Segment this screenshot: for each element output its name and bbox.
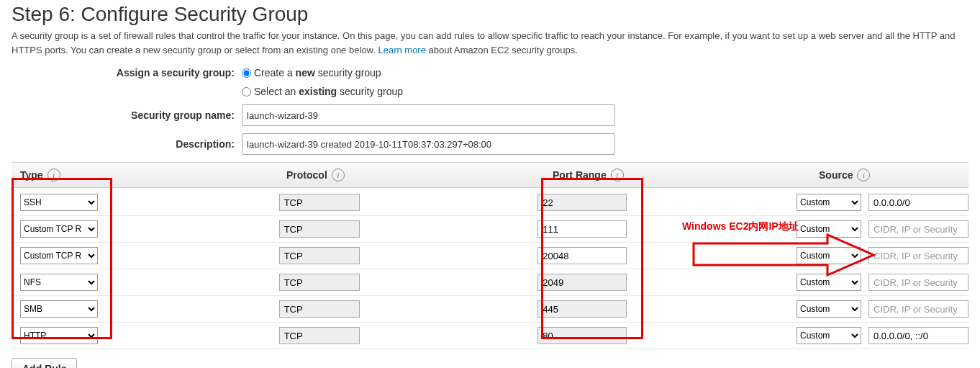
select-existing-radio-label: Select an existing security group	[254, 86, 403, 97]
type-select[interactable]: HTTP	[20, 327, 98, 344]
port-range-input	[537, 300, 627, 318]
port-range-input	[537, 194, 627, 211]
source-cidr-input[interactable]	[868, 247, 968, 264]
protocol-input	[279, 300, 360, 318]
table-row: SMBCustom	[12, 296, 968, 323]
source-type-select[interactable]: Custom	[797, 247, 861, 264]
source-cidr-input[interactable]	[868, 194, 968, 211]
type-select[interactable]: SMB	[20, 300, 98, 318]
header-port-range: Port Range	[553, 169, 607, 181]
table-row: NFSCustom	[12, 269, 968, 296]
desc-text-after: about Amazon EC2 security groups.	[426, 45, 578, 55]
source-cidr-input[interactable]	[868, 327, 968, 344]
protocol-input	[279, 327, 360, 344]
type-select[interactable]: Custom TCP R	[20, 220, 98, 238]
type-select[interactable]: SSH	[20, 194, 98, 211]
learn-more-link[interactable]: Learn more	[378, 45, 425, 55]
header-protocol: Protocol	[286, 169, 327, 181]
source-cidr-input[interactable]	[868, 300, 968, 318]
add-rule-button[interactable]: Add Rule	[12, 358, 77, 368]
header-type: Type	[20, 169, 43, 181]
port-range-input[interactable]	[537, 220, 627, 238]
info-icon[interactable]: i	[47, 169, 60, 181]
protocol-input	[279, 274, 360, 291]
create-new-radio-label: Create a new security group	[254, 67, 381, 78]
port-range-input[interactable]	[537, 247, 627, 264]
page-title: Step 6: Configure Security Group	[12, 3, 968, 26]
source-type-select[interactable]: Custom	[797, 300, 861, 318]
table-row: HTTPCustom	[12, 323, 968, 349]
source-cidr-input[interactable]	[868, 220, 968, 238]
port-range-input	[537, 327, 627, 344]
assign-security-group-label: Assign a security group:	[12, 67, 242, 78]
info-icon[interactable]: i	[332, 169, 345, 181]
security-group-description-input[interactable]	[242, 133, 615, 155]
select-existing-radio[interactable]	[242, 87, 251, 97]
table-row: Custom TCP RCustom	[12, 216, 968, 243]
source-type-select[interactable]: Custom	[797, 220, 861, 238]
create-new-radio[interactable]	[242, 68, 251, 78]
header-source: Source	[819, 169, 853, 181]
protocol-input	[279, 194, 360, 211]
port-range-input	[537, 274, 627, 291]
source-cidr-input[interactable]	[868, 274, 968, 291]
info-icon[interactable]: i	[857, 169, 870, 181]
source-type-select[interactable]: Custom	[797, 194, 861, 211]
table-row: SSHCustom	[12, 188, 968, 216]
type-select[interactable]: NFS	[20, 274, 98, 291]
protocol-input	[279, 247, 360, 264]
security-group-description-label: Description:	[12, 138, 242, 150]
source-type-select[interactable]: Custom	[797, 274, 861, 291]
security-group-name-input[interactable]	[242, 104, 615, 126]
protocol-input	[279, 220, 360, 238]
rules-table: Type i Protocol i Port Range i Source i …	[12, 162, 968, 349]
source-type-select[interactable]: Custom	[797, 327, 861, 344]
table-row: Custom TCP RCustom	[12, 243, 968, 269]
type-select[interactable]: Custom TCP R	[20, 247, 98, 264]
table-header-row: Type i Protocol i Port Range i Source i	[12, 162, 968, 188]
security-group-name-label: Security group name:	[12, 109, 242, 121]
page-description: A security group is a set of firewall ru…	[12, 29, 968, 57]
info-icon[interactable]: i	[611, 169, 624, 181]
